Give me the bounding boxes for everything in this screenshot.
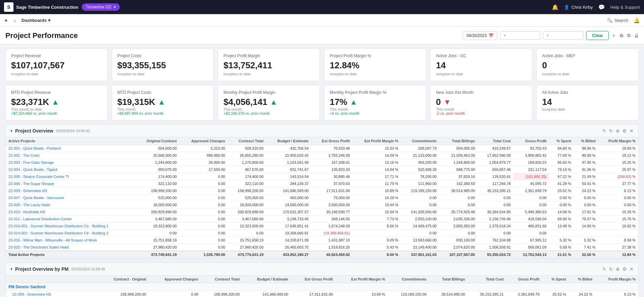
table-cell: 5.32 % — [574, 237, 598, 244]
project-name-cell: 23-014-001 - Sumner Warehouse Distributi… — [6, 223, 136, 230]
pm-name-link[interactable]: PM Dennis Sanford — [8, 285, 45, 289]
project-overview-pm-section: ▾ Project Overview by PM 03/20/2024 10:5… — [5, 263, 639, 297]
date-picker[interactable]: 04/30/2023 📅 — [463, 31, 497, 40]
project-link[interactable]: 23-008 - The Lacey Hotel — [8, 203, 50, 207]
refresh-icon[interactable]: ↻ — [609, 128, 613, 134]
table-cell: 2,550,100.00 — [401, 216, 439, 223]
config-icon[interactable]: ⚙ — [622, 128, 627, 134]
tenant-badge[interactable]: Timberline GC ▾ — [82, 3, 120, 11]
kpi-value: $107,107,567 — [11, 60, 102, 71]
collapse-icon[interactable]: ▾ — [10, 128, 12, 133]
project-link[interactable]: 23-020 - The Deschutes Suites Hotel — [8, 245, 69, 249]
top-nav-left: S Sage Timberline Construction Timberlin… — [4, 2, 120, 12]
search-button[interactable]: 🔍 Search — [607, 18, 628, 23]
project-link[interactable]: 22-001 - Quick Bowls - Portland — [8, 146, 61, 150]
project-link[interactable]: 22-002 - The Crest — [8, 153, 39, 157]
notification-icon[interactable]: 🔔 — [552, 4, 559, 10]
table-row: 23-011 - Lakewood Distribution Center3,4… — [6, 216, 638, 223]
table-cell: 38,514,985.00 — [439, 187, 478, 194]
table-cell: 143,514.54 — [266, 173, 311, 180]
table-cell: 986,980.00 — [179, 152, 228, 159]
project-link[interactable]: 23-011 - Lakewood Distribution Center — [8, 217, 72, 221]
table-cell: 5,490,380.63 — [513, 209, 549, 216]
project-link[interactable]: 23-007 - Quick Bowls - Vancouver — [8, 196, 64, 200]
table-cell: 18.12 % — [598, 152, 638, 159]
print-icon[interactable]: 🖨 — [634, 33, 639, 38]
add-icon[interactable]: ＋ — [611, 33, 616, 39]
user-name: Chris Kirby — [571, 5, 593, 10]
pm-col-header: Est Gross Profit — [291, 275, 336, 283]
table-cell: 0.00 — [179, 216, 228, 223]
kpi-row-2: MTD Project Revenue $23,371K ▲ This mont… — [5, 85, 639, 120]
kpi-label: Active Jobs - GC — [436, 53, 527, 58]
project-link[interactable]: 22-005 - Stratus Corporate Center TI — [8, 175, 69, 179]
project-link[interactable]: 22-009 - Greenview HS — [12, 292, 51, 296]
kpi-label: Project Profit Margin — [223, 53, 314, 58]
kpi-sub1: inception date — [542, 107, 633, 111]
copy-icon[interactable]: ⧉ — [627, 33, 631, 38]
pm-refresh-icon[interactable]: ↻ — [609, 266, 613, 272]
table-cell: 0.00 — [179, 187, 228, 194]
table-cell: 525,000.00 — [228, 194, 266, 201]
project-link[interactable]: 23-016 - Wilme Mart - Wilsonville - All … — [8, 238, 97, 242]
filter1-select[interactable]: ▾ — [500, 31, 540, 40]
table-cell: 0.00 — [513, 194, 549, 201]
pm-col-header: Budget / Estimate — [242, 275, 291, 283]
pm-collapse-icon[interactable]: ▾ — [10, 267, 12, 271]
col-header: Budget / Estimate — [266, 137, 311, 145]
project-link[interactable]: 22-006 - The Sugar Shoppe — [8, 182, 54, 186]
kpi-value: 17% — [330, 97, 347, 107]
table-cell: 14.80 % — [574, 223, 598, 230]
table-cell: 2,361,699.79 — [506, 291, 542, 297]
edit-icon[interactable]: ✎ — [602, 128, 606, 134]
pm-edit-icon[interactable]: ✎ — [602, 266, 606, 272]
project-link[interactable]: 22-004 - Quick Bowls - Tigard — [8, 168, 57, 172]
table-cell: 35,774,925.48 — [439, 209, 478, 216]
help-support-link[interactable]: Help & Support — [610, 5, 640, 10]
pm-config-icon[interactable]: ⚙ — [622, 266, 627, 272]
table-cell: 1,244,800.00 — [439, 159, 478, 166]
table-cell: 2,859,350.00 — [439, 223, 478, 230]
pm-close-icon[interactable]: ✕ — [630, 266, 634, 272]
project-link[interactable]: 23-014-002 - Sumner Warehouse Distributi… — [8, 231, 108, 235]
kpi-value: $23,371K — [11, 97, 49, 107]
dashboards-nav-item[interactable]: Dashboards ▾ — [22, 18, 50, 23]
kpi-value: 14 — [542, 97, 552, 107]
table-cell: 7.73 % — [353, 216, 401, 223]
kpi-value: $13,752,411 — [223, 60, 314, 71]
total-cell: 13,752,543.13 — [513, 251, 549, 258]
close-icon[interactable]: ✕ — [630, 128, 634, 134]
favorites-icon[interactable]: ★ — [4, 18, 8, 23]
bell-icon[interactable]: 🔔 — [634, 17, 640, 24]
filter2-select[interactable]: ▾ — [543, 31, 583, 40]
kpi-label: Project Revenue — [11, 53, 102, 58]
kpi-value: 12.84% — [330, 60, 421, 71]
table-cell: 410,249.57 — [478, 145, 513, 152]
chat-icon[interactable]: 💬 — [598, 4, 605, 10]
table-cell: 3,500,000.00 — [311, 201, 353, 209]
table-cell: 17,311,631.00 — [291, 291, 336, 297]
table-cell: 5,310.00 — [179, 145, 228, 152]
table-cell: 0.00 — [179, 173, 228, 180]
project-link[interactable]: 22-003 - Five Oaks Storage — [8, 160, 54, 164]
zoom-icon[interactable]: ⊕ — [616, 128, 620, 134]
kpi-card-5: Active Jobs - MEP 0 inception to date — [536, 48, 639, 81]
pm-zoom-icon[interactable]: ⊕ — [616, 266, 620, 272]
home-icon[interactable]: ⌂ — [13, 18, 16, 23]
table-cell: 0.00 — [179, 230, 228, 237]
project-link[interactable]: 23-010 - Northside HS — [8, 210, 45, 214]
settings-icon[interactable]: ⚙ — [619, 33, 624, 38]
table-cell: 322,110.00 — [228, 180, 266, 187]
kpi-value: 0 — [436, 97, 441, 107]
project-link[interactable]: 23-014-001 - Sumner Warehouse Distributi… — [8, 224, 108, 228]
kpi-label: MTD Project Costs — [117, 90, 208, 95]
project-name-cell: 23-011 - Lakewood Distribution Center — [6, 216, 136, 223]
kpi-label: MTD Project Revenue — [11, 90, 102, 95]
pm-overview-title: Project Overview by PM — [15, 266, 69, 272]
table-cell: 75,000.00 — [311, 194, 353, 201]
project-link[interactable]: 22-009 - Greenview HS — [8, 189, 47, 193]
app-logo: S Sage Timberline Construction — [4, 2, 78, 12]
clear-button[interactable]: Clear — [586, 31, 609, 40]
project-overview-table-wrapper: Active ProjectsOriginal ContractApproved… — [6, 137, 638, 258]
user-menu[interactable]: 👤 Chris Kirby — [564, 5, 593, 10]
